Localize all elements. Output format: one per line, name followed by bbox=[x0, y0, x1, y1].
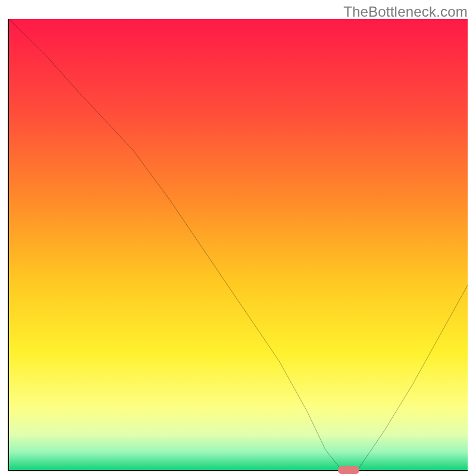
optimal-point-marker bbox=[338, 466, 359, 474]
svg-rect-0 bbox=[9, 19, 468, 470]
watermark-text: TheBottleneck.com bbox=[343, 4, 468, 20]
plot-area bbox=[8, 19, 468, 471]
chart-container: TheBottleneck.com bbox=[0, 0, 476, 476]
background-gradient bbox=[9, 19, 468, 470]
